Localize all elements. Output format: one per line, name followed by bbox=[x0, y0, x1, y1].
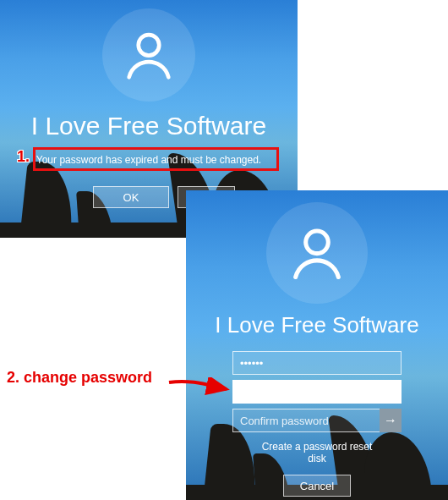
old-password-input[interactable] bbox=[232, 351, 402, 375]
new-password-input[interactable] bbox=[232, 380, 402, 404]
svg-point-0 bbox=[139, 35, 160, 55]
person-icon bbox=[119, 25, 178, 85]
submit-button[interactable]: → bbox=[380, 409, 402, 432]
password-expired-message: Your password has expired and must be ch… bbox=[36, 154, 261, 166]
svg-point-1 bbox=[306, 231, 329, 254]
annotation-step-2: 2. change password bbox=[7, 369, 152, 387]
create-reset-disk-link[interactable]: Create a password reset disk bbox=[252, 441, 383, 464]
account-name: I Love Free Software bbox=[186, 312, 448, 338]
person-icon bbox=[285, 221, 349, 285]
confirm-password-input[interactable] bbox=[232, 409, 402, 432]
cancel-button[interactable]: Cancel bbox=[283, 475, 351, 497]
ok-button[interactable]: OK bbox=[93, 186, 169, 208]
login-change-password-panel: I Love Free Software → Create a password… bbox=[186, 190, 448, 500]
account-name: I Love Free Software bbox=[0, 112, 298, 140]
user-avatar bbox=[266, 202, 368, 304]
arrow-right-icon: → bbox=[384, 413, 397, 428]
user-avatar bbox=[102, 8, 195, 102]
